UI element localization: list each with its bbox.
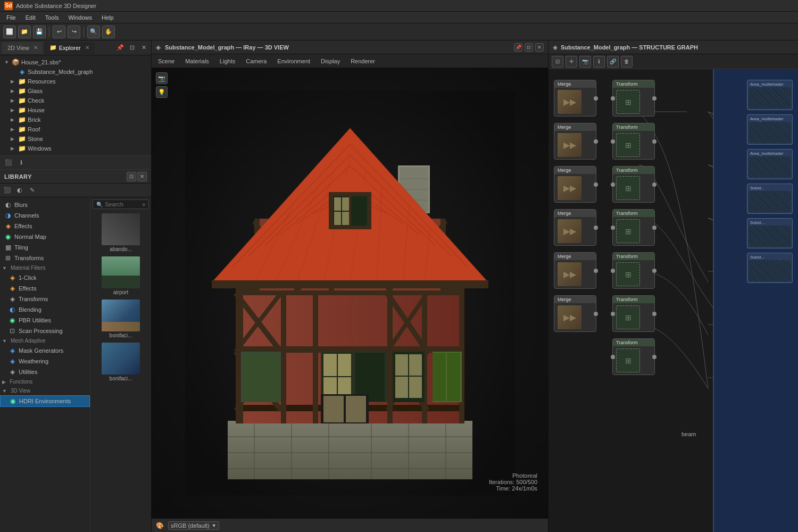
node-transform-6[interactable]: Transform ⊞ (612, 295, 655, 332)
node-merge-5[interactable]: Merge ▶▶ (554, 252, 596, 289)
toolbar-redo[interactable]: ↪ (68, 26, 80, 38)
toolbar-undo[interactable]: ↩ (53, 26, 65, 38)
svg-rect-38 (338, 354, 351, 376)
vp-camera-btn[interactable]: 📷 (156, 72, 168, 84)
explorer-glass[interactable]: ▶ 📁 Glass (0, 86, 151, 96)
node-merge-3[interactable]: Merge ▶▶ (554, 166, 596, 203)
viewport-pin-btn[interactable]: 📌 (514, 43, 522, 52)
colorspace-selector[interactable]: sRGB (default) ▼ (168, 521, 219, 530)
graph-select-btn[interactable]: ⊡ (552, 56, 563, 68)
tab-explorer-close[interactable]: ✕ (85, 45, 89, 51)
viewport-menu-lights[interactable]: Lights (218, 57, 237, 65)
viewport-menu-environment[interactable]: Environment (275, 57, 312, 65)
explorer-stone[interactable]: ▶ 📁 Stone (0, 134, 151, 144)
viewport-menu-display[interactable]: Display (319, 57, 342, 65)
lib-channels[interactable]: ◑ Channels (0, 210, 90, 221)
node-transform-1[interactable]: Transform ⊞ (612, 80, 655, 117)
toolbar-pan[interactable]: ✋ (102, 26, 115, 38)
lib-blurs[interactable]: ◐ Blurs (0, 200, 90, 210)
viewport-menu-materials[interactable]: Materials (183, 57, 211, 65)
node-merge-1[interactable]: Merge ▶▶ (554, 80, 596, 117)
explorer-brick[interactable]: ▶ 📁 Brick (0, 115, 151, 124)
lib-effects-mat[interactable]: ◈ Effects (0, 283, 90, 294)
lib-pbr[interactable]: ◉ PBR Utilities (0, 315, 90, 326)
viewport-menu-camera[interactable]: Camera (244, 57, 269, 65)
panel-maximize-btn[interactable]: ⊡ (127, 43, 137, 53)
node-merge-2[interactable]: Merge ▶▶ (554, 123, 596, 160)
explorer-root[interactable]: ▼ 📦 House_21.sbs* (0, 57, 151, 67)
viewport-close-btn[interactable]: ✕ (535, 43, 544, 52)
toolbar-zoom[interactable]: 🔍 (87, 26, 100, 38)
library-close-btn[interactable]: ✕ (137, 172, 147, 181)
lib-utilities[interactable]: ◈ Utilities (0, 367, 90, 377)
thumb-bonifaci1[interactable]: bonifaci... (93, 297, 149, 340)
vp-light-btn[interactable]: 💡 (156, 86, 168, 98)
lib-tiling[interactable]: ▦ Tiling (0, 242, 90, 253)
node-transform-3[interactable]: Transform ⊞ (612, 166, 655, 203)
graph-zoom-btn[interactable]: 📷 (579, 56, 591, 68)
explorer-windows[interactable]: ▶ 📁 Windows (0, 144, 151, 153)
node-transform-7[interactable]: Transform ⊞ (612, 338, 655, 375)
thumb-airport[interactable]: airport (93, 254, 149, 297)
menu-file[interactable]: File (2, 13, 20, 22)
explorer-check[interactable]: ▶ 📁 Check (0, 96, 151, 105)
viewport-menu-renderer[interactable]: Renderer (348, 57, 377, 65)
menu-windows[interactable]: Windows (64, 13, 96, 22)
node-transform-2[interactable]: Transform ⊞ (612, 123, 655, 160)
menu-help[interactable]: Help (97, 13, 118, 22)
node-merge-4[interactable]: Merge ▶▶ (554, 209, 596, 246)
node-transform-4[interactable]: Transform ⊞ (612, 209, 655, 246)
explorer-brick-label: Brick (28, 117, 40, 123)
lib-transforms[interactable]: ⊞ Transforms (0, 253, 90, 263)
node-merge-6[interactable]: Merge ▶▶ (554, 295, 596, 332)
lib-maskgen[interactable]: ◈ Mask Generators (0, 345, 90, 356)
search-expand-icon[interactable]: » (142, 202, 145, 207)
graph-link-btn[interactable]: 🔗 (607, 56, 619, 68)
explorer-resources[interactable]: ▶ 📁 Resources (0, 77, 151, 86)
panel-info-btn[interactable]: ℹ (16, 157, 27, 168)
explorer-graph[interactable]: ◈ Substance_Model_graph (0, 67, 151, 77)
graph-delete-btn[interactable]: 🗑 (621, 56, 633, 68)
toolbar-save[interactable]: 💾 (33, 26, 46, 38)
toolbar-new[interactable]: ⬜ (3, 26, 16, 38)
lib-effects-top[interactable]: ◈ Effects (0, 221, 90, 231)
thumb-abandoned[interactable]: abando... (93, 211, 149, 254)
library-maximize-btn[interactable]: ⊡ (127, 172, 136, 181)
lib-weathering[interactable]: ◈ Weathering (0, 356, 90, 367)
graph-area[interactable]: Area_multishader Area_multishader Area_m… (548, 69, 798, 532)
viewport-maximize-btn[interactable]: ⊡ (525, 43, 533, 52)
effects-mat-icon: ◈ (9, 285, 16, 292)
menu-tools[interactable]: Tools (41, 13, 63, 22)
lib-scanproc[interactable]: ⊡ Scan Processing (0, 326, 90, 336)
viewport-menu-scene[interactable]: Scene (156, 57, 177, 65)
explorer-roof[interactable]: ▶ 📁 Roof (0, 124, 151, 134)
lib-matfilters-header[interactable]: ▼ Material Filters (0, 263, 90, 272)
tab-2d-close[interactable]: ✕ (34, 45, 38, 51)
lib-tool-1[interactable]: ⬛ (2, 185, 13, 196)
tab-2d-view[interactable]: 2D View ✕ (2, 42, 43, 54)
panel-pin-btn[interactable]: 📌 (115, 43, 126, 53)
lib-hdri[interactable]: ◉ HDRI Environments (0, 395, 90, 407)
toolbar-open[interactable]: 📁 (18, 26, 31, 38)
lib-normalmap[interactable]: ◉ Normal Map (0, 231, 90, 242)
graph-info-btn[interactable]: ℹ (593, 56, 605, 68)
library-search-input[interactable] (105, 201, 140, 207)
viewport-area[interactable]: 📷 💡 Photoreal Iterations: 500/500 Time: … (152, 68, 548, 518)
lib-blending[interactable]: ◐ Blending (0, 304, 90, 315)
panel-close-btn[interactable]: ✕ (138, 43, 149, 53)
node-transform-5[interactable]: Transform ⊞ (612, 252, 655, 289)
lib-1click[interactable]: ◈ 1-Click (0, 272, 90, 283)
graph-move-btn[interactable]: ✛ (566, 56, 577, 68)
lib-tool-2[interactable]: ◐ (14, 185, 25, 196)
menu-edit[interactable]: Edit (21, 13, 40, 22)
lib-transforms-mat[interactable]: ◈ Transforms (0, 294, 90, 304)
explorer-house[interactable]: ▶ 📁 House (0, 105, 151, 115)
stone-icon: 📁 (18, 135, 26, 143)
thumb-bonifaci2[interactable]: bonifaci... (93, 340, 149, 384)
lib-3dview-header[interactable]: ▼ 3D View (0, 386, 90, 395)
tab-explorer[interactable]: 📁 Explorer ✕ (44, 42, 95, 54)
panel-graph-btn[interactable]: ⬛ (3, 157, 14, 168)
lib-meshadaptive-header[interactable]: ▼ Mesh Adaptive (0, 336, 90, 345)
lib-functions-header[interactable]: ▶ Functions (0, 377, 90, 386)
lib-tool-3[interactable]: ✎ (27, 185, 37, 196)
